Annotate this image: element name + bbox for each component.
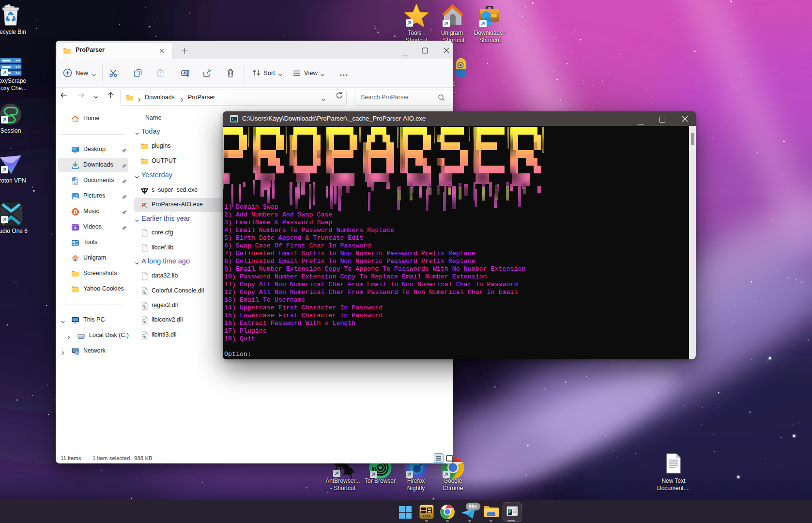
svg-text:PRO: PRO <box>423 514 430 518</box>
